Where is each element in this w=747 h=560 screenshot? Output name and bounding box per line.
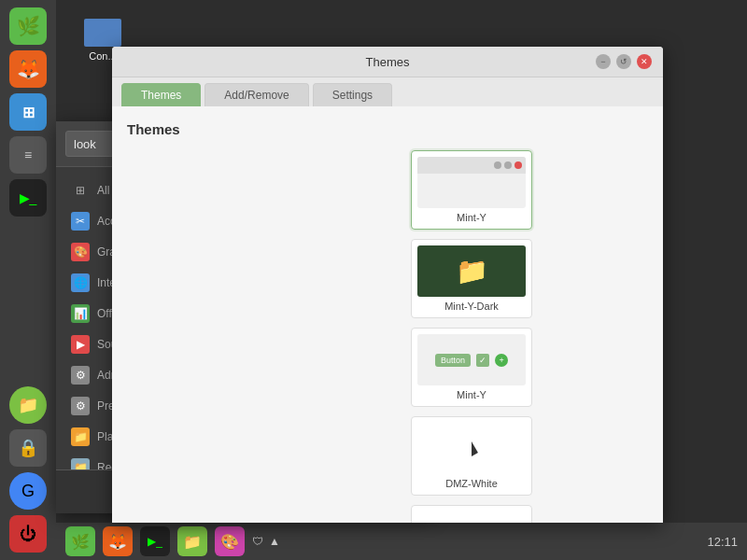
taskbar-icon-apps[interactable]: ⊞ — [9, 93, 47, 131]
theme-item-mint-y-dark[interactable]: 📁 Mint-Y-Dark — [411, 239, 532, 318]
desktop-icon-image — [84, 19, 121, 47]
window-chrome-preview — [417, 157, 526, 174]
maximize-button[interactable]: ↺ — [616, 54, 631, 69]
folder-icon-dark: 📁 — [456, 256, 488, 287]
taskbar-icon-google[interactable]: G — [9, 472, 47, 510]
window-title: Themes — [366, 55, 410, 69]
taskbar-time: 12:11 — [707, 535, 738, 549]
office-icon: 📊 — [71, 304, 90, 323]
taskbar-bottom-files[interactable]: 📁 — [177, 526, 207, 556]
theme-label-mint-y: Mint-Y — [417, 212, 526, 223]
graphics-icon: 🎨 — [71, 243, 90, 261]
theme-item-mint-y-controls[interactable]: Button ✓ + Mint-Y — [411, 328, 532, 407]
theme-preview-mint-y-dark: 📁 — [417, 245, 526, 297]
taskbar-icon-mintmenu[interactable]: 🌿 — [9, 7, 47, 45]
taskbar-bottom-terminal[interactable]: ▶_ — [140, 526, 170, 556]
themes-window: Themes − ↺ ✕ Themes Add/Remove Settings … — [112, 47, 663, 523]
taskbar-icon-files[interactable]: 📁 — [9, 386, 47, 424]
taskbar-icon-power[interactable]: ⏻ — [9, 515, 47, 553]
tab-add-remove[interactable]: Add/Remove — [204, 83, 308, 106]
dot-min — [494, 161, 501, 169]
theme-preview-linux-mint — [417, 511, 526, 523]
preferences-icon: ⚙ — [71, 397, 90, 415]
menu-search-text: look — [74, 137, 96, 151]
theme-preview-mint-y — [417, 157, 526, 208]
accessories-icon: ✂ — [71, 212, 90, 231]
cursor-preview — [465, 441, 478, 455]
all-apps-icon: ⊞ — [71, 181, 90, 200]
ctrl-plus-preview: + — [495, 354, 508, 367]
section-title: Themes — [127, 121, 648, 137]
taskbar-left: 🌿 🦊 ⊞ ≡ ▶_ 📁 🔒 G ⏻ — [0, 0, 56, 560]
theme-preview-dmz-white — [417, 423, 526, 474]
theme-label-mint-y-controls: Mint-Y — [417, 389, 526, 400]
taskbar-icon-lock[interactable]: 🔒 — [9, 429, 47, 467]
tab-themes[interactable]: Themes — [121, 83, 201, 106]
theme-preview-mint-y-controls: Button ✓ + — [417, 334, 526, 385]
theme-label-dmz-white: DMZ-White — [417, 478, 526, 489]
window-tabs: Themes Add/Remove Settings — [112, 77, 663, 106]
theme-item-linux-mint[interactable]: Linux Mint — [411, 505, 532, 523]
admin-icon: ⚙ — [71, 366, 90, 385]
theme-item-dmz-white[interactable]: DMZ-White — [411, 416, 532, 496]
taskbar-icon-firefox[interactable]: 🦊 — [9, 50, 47, 88]
minimize-button[interactable]: − — [596, 54, 611, 69]
taskbar-bottom-themes[interactable]: 🎨 — [215, 526, 245, 556]
places-icon: 📁 — [71, 427, 90, 446]
internet-icon: 🌐 — [71, 273, 90, 292]
taskbar-bottom-mintmenu[interactable]: 🌿 — [65, 526, 95, 556]
window-titlebar: Themes − ↺ ✕ — [112, 47, 663, 77]
sound-video-icon: ▶ — [71, 335, 90, 354]
taskbar-icon-terminal[interactable]: ▶_ — [9, 179, 47, 217]
ctrl-check-preview: ✓ — [476, 354, 489, 367]
dot-max — [504, 161, 512, 169]
tray-arrow-icon: ▲ — [269, 535, 280, 548]
recent-icon: 📁 — [71, 458, 90, 469]
close-button[interactable]: ✕ — [637, 54, 652, 69]
window-controls: − ↺ ✕ — [596, 54, 652, 69]
desktop: Con... 🌿 🦊 ⊞ ≡ ▶_ 📁 🔒 G ⏻ 🌿 🦊 ▶_ 📁 🎨 🛡 ▲… — [0, 0, 747, 560]
window-content: Themes Mint-Y 📁 — [112, 106, 663, 523]
dot-close — [514, 161, 522, 169]
taskbar-bottom-firefox[interactable]: 🦊 — [103, 526, 133, 556]
taskbar-bottom: 🌿 🦊 ▶_ 📁 🎨 🛡 ▲ 12:11 — [56, 523, 747, 560]
ctrl-btn-preview: Button — [435, 354, 471, 367]
taskbar-tray: 🛡 ▲ — [252, 535, 280, 548]
tray-shield-icon: 🛡 — [252, 535, 263, 548]
themes-list-area: Mint-Y 📁 Mint-Y-Dark Button ✓ + — [127, 150, 648, 523]
taskbar-icon-storage[interactable]: ≡ — [9, 136, 47, 174]
theme-label-mint-y-dark: Mint-Y-Dark — [417, 301, 526, 312]
theme-item-mint-y[interactable]: Mint-Y — [411, 150, 532, 230]
tab-settings[interactable]: Settings — [313, 83, 392, 106]
